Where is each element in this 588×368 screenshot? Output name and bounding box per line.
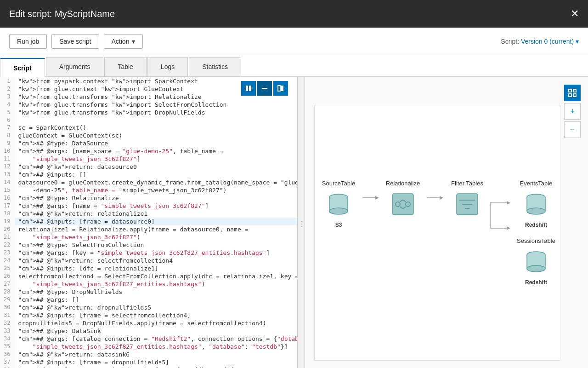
code-line: 6 (0, 116, 298, 124)
code-line: 33"cm">## @type: DataSink (0, 327, 298, 335)
svg-marker-26 (507, 201, 510, 205)
code-line: 7sc = SparkContext() (0, 124, 298, 132)
tab-statistics[interactable]: Statistics (189, 57, 241, 76)
script-version: Script: Version 0 (current) ▾ (501, 38, 579, 45)
node-filterTables-label: Filter Tables (451, 180, 483, 187)
node-relationalize: Relationalize (380, 180, 426, 218)
action-button[interactable]: Action ▾ (104, 34, 143, 49)
arrow-2 (427, 180, 443, 202)
tab-logs[interactable]: Logs (147, 57, 188, 76)
svg-marker-15 (375, 196, 379, 200)
node-sourceTable-icon (325, 190, 352, 218)
svg-rect-3 (278, 86, 280, 91)
code-line: 35 "simple_tweets_json_3c62f827_entities… (0, 343, 298, 351)
svg-rect-8 (573, 94, 576, 97)
arrow-branch (490, 180, 513, 240)
svg-rect-7 (569, 94, 571, 97)
version-link[interactable]: Version 0 (current) ▾ (521, 38, 579, 45)
flow-diagram: SourceTable S3 (306, 171, 568, 295)
zoom-out-button[interactable]: − (564, 121, 581, 138)
layout-code-button[interactable] (257, 81, 272, 96)
code-line: 36"cm">## @"kw">return: datasink6 (0, 351, 298, 358)
node-sessionsTable-label: SessionsTable (517, 237, 555, 244)
tabs-container: Script Arguments Table Logs Statistics (0, 55, 588, 77)
node-relationalize-label: Relationalize (386, 180, 420, 187)
title-bar: Edit script: MyScriptName ✕ (0, 0, 588, 28)
node-eventsTable-icon (522, 190, 550, 218)
code-line: 29"cm">## @args: [] (0, 296, 298, 304)
node-filterTables: Filter Tables (444, 180, 490, 218)
page-title: Edit script: MyScriptName (9, 9, 115, 19)
flow-diagram-container: SourceTable S3 (314, 105, 560, 361)
code-line: 19"cm">## @inputs: [frame = datasource0] (0, 218, 298, 225)
code-line: 31"cm">## @inputs: [frame = selectfromco… (0, 311, 298, 319)
code-editor[interactable]: 1"kw">from pyspark.context "kw">import S… (0, 77, 298, 368)
drag-dots-icon: ⋮ (298, 219, 305, 228)
node-sourceTable: SourceTable S3 (316, 180, 362, 228)
svg-point-37 (527, 265, 545, 272)
toolbar: Run job Save script Action ▾ Script: Ver… (0, 28, 588, 55)
node-eventsTable-label: EventsTable (520, 180, 553, 187)
svg-marker-20 (440, 196, 443, 200)
tab-table[interactable]: Table (104, 57, 146, 76)
code-line: 26selectfromcollection4 = SelectFromColl… (0, 272, 298, 280)
code-line: 17"cm">## @args: [name = "simple_tweets_… (0, 202, 298, 210)
svg-rect-0 (246, 86, 248, 91)
svg-marker-29 (507, 226, 510, 230)
close-button[interactable]: ✕ (571, 9, 579, 19)
tab-arguments[interactable]: Arguments (46, 57, 104, 76)
arrow-1 (362, 180, 379, 202)
code-line: 38datasink6 = glueContext.write_dynamic_… (0, 366, 298, 368)
node-sessionsTable: SessionsTable Redshift (513, 237, 559, 286)
node-eventsTable: EventsTable Redshift (513, 180, 559, 228)
save-script-button[interactable]: Save script (51, 34, 99, 49)
code-line: 15 -demo-25", table_name = "simple_tweet… (0, 186, 298, 194)
code-line: 23"cm">## @args: [key = "simple_tweets_j… (0, 249, 298, 257)
zoom-in-button[interactable]: + (564, 103, 581, 120)
code-line: 24"cm">## @"kw">return: selectfromcollec… (0, 257, 298, 264)
script-label: Script: (501, 38, 519, 45)
code-line: 11 "simple_tweets_json_3c62f827"] (0, 155, 298, 163)
code-line: 27 "simple_tweets_json_3c62f827_entities… (0, 280, 298, 288)
code-line: 37"cm">## @inputs: [frame = dropnullfiel… (0, 358, 298, 366)
svg-point-11 (329, 208, 348, 214)
editor-toolbar (241, 81, 288, 96)
node-sourceTable-sublabel: S3 (335, 222, 342, 228)
code-line: 22"cm">## @type: SelectFromCollection (0, 241, 298, 249)
drag-handle[interactable]: ⋮ (298, 77, 305, 368)
code-line: 14datasource0 = glueContext.create_dynam… (0, 178, 298, 186)
tab-script[interactable]: Script (0, 58, 45, 77)
code-line: 9"cm">## @type: DataSource (0, 139, 298, 147)
code-line: 32dropnullfields5 = DropNullFields.apply… (0, 319, 298, 327)
main-content: 1"kw">from pyspark.context "kw">import S… (0, 77, 588, 368)
code-line: 8glueContext = GlueContext(sc) (0, 132, 298, 139)
code-line: 13"cm">## @inputs: [] (0, 171, 298, 178)
action-chevron-icon: ▾ (132, 38, 135, 45)
run-job-button[interactable]: Run job (9, 34, 47, 49)
code-line: 21 "simple_tweets_json_3c62f827") (0, 233, 298, 241)
code-line: 20relationalize1 = Relationalize.apply(f… (0, 225, 298, 233)
code-line: 12"cm">## @"kw">return: datasource0 (0, 163, 298, 171)
node-sessionsTable-icon (522, 248, 550, 276)
code-line: 25"cm">## @inputs: [dfc = relationalize1… (0, 264, 298, 272)
node-relationalize-icon (389, 190, 417, 218)
code-line: 30"cm">## @"kw">return: dropnullfields5 (0, 304, 298, 311)
code-line: 34"cm">## @args: [catalog_connection = "… (0, 335, 298, 343)
svg-rect-1 (249, 86, 251, 91)
zoom-fit-button[interactable] (564, 85, 581, 101)
code-line: 18"cm">## @"kw">return: relationalize1 (0, 210, 298, 218)
node-sourceTable-label: SourceTable (322, 180, 355, 187)
layout-diagram-button[interactable] (273, 81, 288, 96)
svg-rect-2 (262, 88, 267, 89)
code-line: 10"cm">## @args: [name_space = "glue-dem… (0, 147, 298, 155)
code-line: 4"kw">from glue.transforms "kw">import S… (0, 101, 298, 109)
action-label: Action (112, 38, 130, 45)
code-lines: 1"kw">from pyspark.context "kw">import S… (0, 77, 298, 368)
svg-rect-5 (569, 89, 571, 92)
node-eventsTable-sublabel: Redshift (525, 222, 547, 228)
zoom-controls: + − (564, 85, 581, 138)
node-filterTables-icon (453, 190, 481, 218)
svg-rect-4 (281, 86, 283, 91)
layout-split-button[interactable] (241, 81, 256, 96)
node-sessionsTable-sublabel: Redshift (525, 279, 547, 286)
